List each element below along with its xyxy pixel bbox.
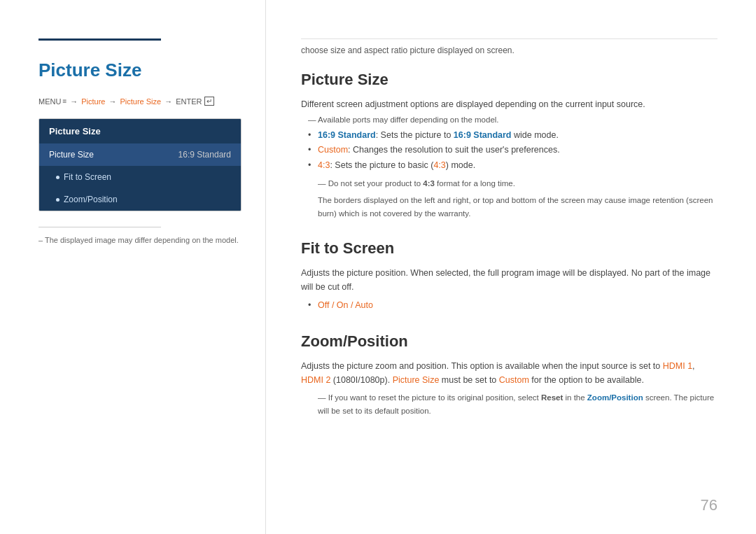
bullet-custom: Custom: Changes the resolution to suit t… <box>308 143 718 157</box>
em-dash: – <box>38 236 43 244</box>
note-dash: ― <box>308 115 318 124</box>
sub-dot-1 <box>56 198 59 202</box>
off-on-auto-label: Off / On / Auto <box>318 300 373 310</box>
divider-2 <box>301 317 718 328</box>
zoom-reset: Reset <box>541 393 563 402</box>
menu-item-main[interactable]: Picture Size 16:9 Standard <box>39 143 241 166</box>
sub-dot-0 <box>56 176 59 179</box>
menu-sub-label-0: Fit to Screen <box>64 172 111 182</box>
picture-size-note: ― Available ports may differ depending o… <box>308 115 718 124</box>
bc-arrow-1: → <box>70 97 78 106</box>
sub-note-43: 4:3 <box>423 179 435 188</box>
left-top-line <box>38 38 161 41</box>
picture-size-body: Different screen adjustment options are … <box>301 97 718 111</box>
menu-item-sub-0[interactable]: Fit to Screen <box>39 166 241 188</box>
right-panel: choose size and aspect ratio picture dis… <box>266 0 756 534</box>
menu-sub-label-1: Zoom/Position <box>64 195 118 204</box>
bc-enter: ENTER <box>176 97 202 106</box>
page-container: Picture Size MENU ≡ → Picture → Picture … <box>0 0 756 534</box>
bullet-43-label: 4:3 <box>318 160 330 170</box>
breadcrumb: MENU ≡ → Picture → Picture Size → ENTER … <box>38 97 244 106</box>
page-number: 76 <box>701 496 718 514</box>
bullet-169: 16:9 Standard: Sets the picture to 16:9 … <box>308 128 718 143</box>
bullet-43: 4:3: Sets the picture to basic (4:3) mod… <box>308 158 718 173</box>
zoom-sub-dash: ― <box>318 393 328 402</box>
left-divider <box>38 227 161 227</box>
zoom-hdmi2: HDMI 2 <box>301 375 330 385</box>
left-note: – The displayed image may differ dependi… <box>38 236 244 244</box>
bullet-custom-label: Custom <box>318 145 348 155</box>
bullet-169-ref: 16:9 Standard <box>454 130 512 140</box>
bullet-off-on-auto: Off / On / Auto <box>308 298 718 313</box>
bc-enter-icon: ↵ <box>204 97 214 106</box>
intro-text: choose size and aspect ratio picture dis… <box>301 45 718 55</box>
bc-arrow-2: → <box>108 97 116 106</box>
zoom-custom: Custom <box>499 375 529 385</box>
section-title-zoom-position: Zoom/Position <box>301 332 718 351</box>
bullet-43-ref: 4:3 <box>433 160 445 170</box>
left-panel: Picture Size MENU ≡ → Picture → Picture … <box>0 0 266 534</box>
bc-arrow-3: → <box>164 97 172 106</box>
left-note-text: The displayed image may differ depending… <box>45 236 239 244</box>
menu-header: Picture Size <box>39 119 241 143</box>
bc-picture: Picture <box>81 97 105 106</box>
bc-menu: MENU <box>38 97 61 106</box>
picture-size-sub-note-2: The borders displayed on the left and ri… <box>318 194 718 220</box>
divider-1 <box>301 224 718 235</box>
page-title: Picture Size <box>38 59 244 81</box>
zoom-hdmi1: HDMI 1 <box>663 361 692 371</box>
zoom-position-link: Zoom/Position <box>587 393 643 402</box>
fit-to-screen-bullets: Off / On / Auto <box>308 298 718 313</box>
zoom-sub-note: ― If you want to reset the picture to it… <box>318 391 718 417</box>
picture-size-sub-note-1: ― Do not set your product to 4:3 format … <box>318 177 718 190</box>
menu-main-value: 16:9 Standard <box>178 150 231 160</box>
bc-picture-size: Picture Size <box>120 97 161 106</box>
section-title-fit-to-screen: Fit to Screen <box>301 239 718 258</box>
menu-main-label: Picture Size <box>49 150 94 160</box>
menu-item-sub-1[interactable]: Zoom/Position <box>39 188 241 211</box>
fit-to-screen-body: Adjusts the picture position. When selec… <box>301 266 718 294</box>
sub-note-dash: ― <box>318 179 328 188</box>
zoom-position-body: Adjusts the picture zoom and position. T… <box>301 359 718 387</box>
right-top-line <box>301 38 718 39</box>
menu-box: Picture Size Picture Size 16:9 Standard … <box>38 118 241 211</box>
bc-menu-icon: ≡ <box>62 97 66 105</box>
picture-size-bullets: 16:9 Standard: Sets the picture to 16:9 … <box>308 128 718 173</box>
zoom-picture-size: Picture Size <box>393 375 440 385</box>
section-title-picture-size: Picture Size <box>301 71 718 89</box>
bullet-169-label: 16:9 Standard <box>318 130 376 140</box>
